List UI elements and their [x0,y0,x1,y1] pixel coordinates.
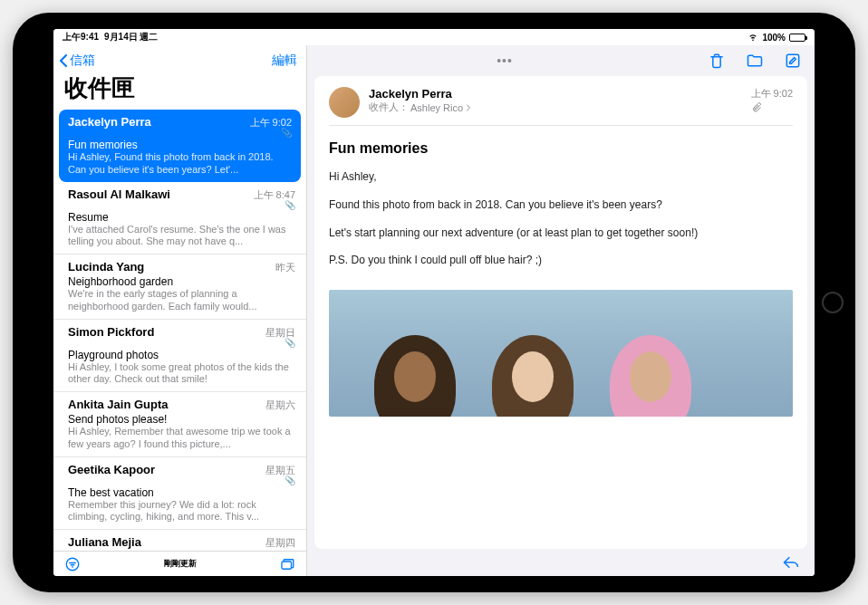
mail-item[interactable]: Jackelyn Perra上午 9:02📎Fun memoriesHi Ash… [59,110,301,182]
body-paragraph: P.S. Do you think I could pull off blue … [329,253,793,268]
mail-sender: Jackelyn Perra [68,115,151,129]
to-name: Ashley Rico [410,102,463,113]
mail-subject: Resume [68,211,295,224]
mail-preview: Remember this journey? We did a lot: roc… [68,499,295,524]
message-attachment-photo[interactable] [329,290,793,417]
mail-subject: Neighborhood garden [68,275,295,288]
mail-sender: Geetika Kapoor [68,463,155,476]
mail-subject: Fun memories [68,139,292,151]
attachment-icon: 📎 [285,200,295,210]
edit-button[interactable]: 編輯 [272,53,297,69]
mail-subject: The best vacation [68,486,295,499]
home-button[interactable] [822,292,844,313]
trash-icon[interactable] [708,52,726,70]
body-paragraph: Hi Ashley, [329,169,793,185]
message-pane: ••• [307,45,815,576]
reply-icon[interactable] [782,553,800,571]
mailboxes-icon[interactable] [279,556,295,572]
body-paragraph: Let's start planning our next adventure … [329,226,793,241]
mail-time: 星期六 [265,399,295,412]
mail-preview: We're in the early stages of planning a … [68,288,295,313]
mail-item[interactable]: Ankita Jain Gupta星期六Send photos please!H… [53,392,306,457]
message-from[interactable]: Jackelyn Perra [369,87,742,101]
message-time: 上午 9:02 [751,87,793,101]
attachment-icon: 📎 [285,475,295,485]
message-subject: Fun memories [329,126,793,169]
svg-rect-2 [786,54,798,66]
mail-preview: Hi Ashley, I took some great photos of t… [68,361,295,387]
battery-percentage: 100% [762,33,786,43]
svg-point-0 [66,558,79,571]
battery-icon [789,34,805,42]
attachment-icon [751,102,793,113]
back-to-mailboxes-button[interactable]: 信箱 [59,53,95,69]
status-bar: 上午9:41 9月14日 週二 100% [53,29,815,45]
inbox-title: 收件匣 [53,72,306,110]
mail-sender: Ankita Jain Gupta [68,398,169,411]
svg-rect-1 [282,562,292,569]
mail-preview: Hi Ashley, Found this photo from back in… [68,151,292,177]
filter-icon[interactable] [64,556,81,572]
message-body: Hi Ashley, Found this photo from back in… [329,169,793,281]
to-label: 收件人： [369,101,409,114]
wifi-icon [747,33,758,42]
more-handle-icon[interactable]: ••• [497,53,513,68]
mail-list[interactable]: Jackelyn Perra上午 9:02📎Fun memoriesHi Ash… [53,110,306,551]
message-recipients[interactable]: 收件人： Ashley Rico [369,101,742,114]
mail-item[interactable]: Geetika Kapoor星期五📎The best vacationRemem… [53,457,306,531]
mail-preview: I've attached Carol's resume. She's the … [68,224,295,249]
mail-sender: Juliana Mejia [68,535,141,549]
ipad-frame: 上午9:41 9月14日 週二 100% 信箱 編輯 [13,13,855,592]
status-date: 9月14日 週二 [104,31,158,43]
mail-list-sidebar: 信箱 編輯 收件匣 Jackelyn Perra上午 9:02📎Fun memo… [53,45,307,576]
move-folder-icon[interactable] [746,52,764,70]
mail-subject: Send photos please! [68,413,295,426]
attachment-icon: 📎 [285,338,295,348]
updated-label: 剛剛更新 [81,558,279,570]
mail-sender: Simon Pickford [68,325,154,339]
mail-time: 昨天 [275,261,295,274]
mail-sender: Rasoul Al Malkawi [68,187,170,201]
body-paragraph: Found this photo from back in 2018. Can … [329,197,793,213]
mail-item[interactable]: Rasoul Al Malkawi上午 8:47📎ResumeI've atta… [53,182,306,255]
mail-item[interactable]: Juliana Mejia星期四New hiking trail [53,530,306,551]
mail-item[interactable]: Lucinda Yang昨天Neighborhood gardenWe're i… [53,254,306,320]
mail-time: 星期四 [265,536,295,550]
compose-icon[interactable] [784,52,802,70]
sender-avatar[interactable] [329,87,360,118]
screen: 上午9:41 9月14日 週二 100% 信箱 編輯 [53,29,815,576]
attachment-icon: 📎 [281,128,292,138]
mail-item[interactable]: Simon Pickford星期日📎Playground photosHi As… [53,320,306,393]
mail-sender: Lucinda Yang [68,260,144,274]
back-label: 信箱 [70,53,95,69]
mail-subject: Playground photos [68,349,295,361]
status-time: 上午9:41 [63,31,99,43]
mail-preview: Hi Ashley, Remember that awesome trip we… [68,426,295,451]
